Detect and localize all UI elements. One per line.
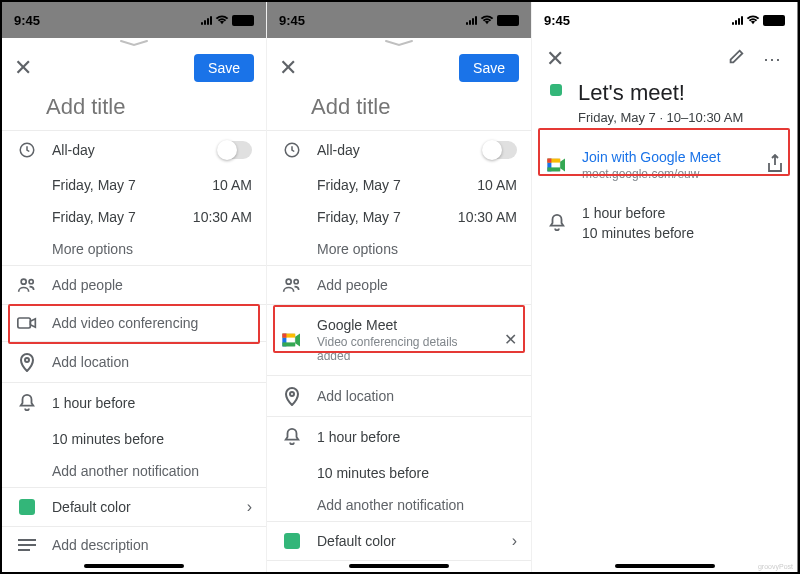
- start-time-row[interactable]: Friday, May 7 10 AM: [267, 169, 531, 201]
- signal-icon: [201, 15, 212, 25]
- add-notif-row[interactable]: Add another notification: [267, 489, 531, 521]
- svg-point-2: [29, 280, 33, 284]
- home-indicator[interactable]: [84, 564, 184, 568]
- end-date: Friday, May 7: [317, 209, 444, 225]
- wifi-icon: [480, 15, 494, 25]
- color-swatch-icon: [281, 533, 303, 549]
- description-icon: [16, 538, 38, 552]
- add-location-row[interactable]: Add location: [267, 376, 531, 416]
- allday-row[interactable]: All-day: [2, 131, 266, 169]
- allday-label: All-day: [52, 142, 204, 158]
- notif-1-label: 1 hour before: [317, 429, 517, 445]
- wifi-icon: [746, 15, 760, 25]
- notif-1-row[interactable]: 1 hour before: [2, 383, 266, 423]
- detail-topbar: ✕ ⋯: [532, 38, 797, 76]
- color-swatch-icon: [16, 499, 38, 515]
- clock-icon: [16, 141, 38, 159]
- add-notif-row[interactable]: Add another notification: [2, 455, 266, 487]
- add-people-row[interactable]: Add people: [267, 266, 531, 304]
- meet-text: Google Meet Video conferencing details a…: [317, 317, 490, 363]
- battery-icon: [763, 15, 785, 26]
- meet-url: meet.google.com/euw: [582, 165, 753, 181]
- more-options-row[interactable]: More options: [2, 233, 266, 265]
- google-meet-row[interactable]: Google Meet Video conferencing details a…: [267, 305, 531, 375]
- allday-toggle[interactable]: [483, 141, 517, 159]
- end-time-row[interactable]: Friday, May 7 10:30 AM: [267, 201, 531, 233]
- add-location-row[interactable]: Add location: [2, 342, 266, 382]
- notif-1-label: 1 hour before: [52, 395, 252, 411]
- event-subtitle: Friday, May 7 · 10–10:30 AM: [562, 108, 797, 137]
- start-date: Friday, May 7: [317, 177, 463, 193]
- clock-icon: [281, 141, 303, 159]
- status-right: [201, 15, 254, 26]
- share-icon[interactable]: [767, 154, 783, 177]
- allday-toggle[interactable]: [218, 141, 252, 159]
- notif-2-row[interactable]: 10 minutes before: [267, 457, 531, 489]
- detail-notif-text: 1 hour before 10 minutes before: [582, 205, 783, 241]
- title-input[interactable]: [46, 94, 250, 120]
- svg-point-10: [294, 280, 298, 284]
- end-time-row[interactable]: Friday, May 7 10:30 AM: [2, 201, 266, 233]
- notif-2-row[interactable]: 10 minutes before: [2, 423, 266, 455]
- allday-label: All-day: [317, 142, 469, 158]
- start-time-row[interactable]: Friday, May 7 10 AM: [2, 169, 266, 201]
- screen-3: 9:45 ✕ ⋯ Let's meet! Friday, May 7 · 10–…: [532, 2, 797, 572]
- more-icon[interactable]: ⋯: [763, 48, 783, 70]
- video-icon: [16, 316, 38, 330]
- svg-rect-21: [547, 159, 551, 163]
- description-label: Add description: [52, 537, 252, 553]
- join-meet-row[interactable]: Join with Google Meet meet.google.com/eu…: [532, 137, 797, 193]
- add-people-label: Add people: [52, 277, 252, 293]
- add-notif-label: Add another notification: [317, 497, 517, 513]
- battery-icon: [497, 15, 519, 26]
- more-options-label: More options: [52, 241, 252, 257]
- signal-icon: [732, 15, 743, 25]
- close-icon[interactable]: ✕: [279, 57, 297, 79]
- location-icon: [16, 352, 38, 372]
- add-people-row[interactable]: Add people: [2, 266, 266, 304]
- more-options-row[interactable]: More options: [267, 233, 531, 265]
- svg-point-9: [286, 279, 291, 284]
- description-row[interactable]: Add description: [2, 527, 266, 563]
- remove-meet-icon[interactable]: ✕: [504, 332, 517, 348]
- battery-icon: [232, 15, 254, 26]
- save-button[interactable]: Save: [459, 54, 519, 82]
- home-indicator[interactable]: [615, 564, 715, 568]
- color-row[interactable]: Default color ›: [2, 488, 266, 526]
- topbar: ✕ Save: [267, 48, 531, 90]
- close-icon[interactable]: ✕: [14, 57, 32, 79]
- end-date: Friday, May 7: [52, 209, 179, 225]
- notif-2-label: 10 minutes before: [52, 431, 252, 447]
- status-bar: 9:45: [267, 2, 531, 38]
- end-time: 10:30 AM: [193, 209, 252, 225]
- save-button[interactable]: Save: [194, 54, 254, 82]
- edit-icon[interactable]: [727, 48, 745, 70]
- color-row[interactable]: Default color ›: [267, 522, 531, 560]
- sheet-handle[interactable]: [2, 38, 266, 48]
- topbar: ✕ Save: [2, 48, 266, 90]
- meet-subtitle: Video conferencing details added: [317, 333, 490, 363]
- status-bar: 9:45: [532, 2, 797, 38]
- status-bar: 9:45: [2, 2, 266, 38]
- more-options-label: More options: [317, 241, 517, 257]
- add-location-label: Add location: [317, 388, 517, 404]
- notif-1-row[interactable]: 1 hour before: [267, 417, 531, 457]
- svg-rect-3: [18, 318, 30, 328]
- wifi-icon: [215, 15, 229, 25]
- status-time: 9:45: [14, 13, 40, 28]
- allday-row[interactable]: All-day: [267, 131, 531, 169]
- sheet-handle[interactable]: [267, 38, 531, 48]
- add-video-label: Add video conferencing: [52, 315, 252, 331]
- add-location-label: Add location: [52, 354, 252, 370]
- bell-icon: [281, 427, 303, 447]
- home-indicator[interactable]: [349, 564, 449, 568]
- close-icon[interactable]: ✕: [546, 48, 564, 70]
- detail-notif-row[interactable]: 1 hour before 10 minutes before: [532, 193, 797, 251]
- signal-icon: [466, 15, 477, 25]
- start-time: 10 AM: [477, 177, 517, 193]
- add-video-row[interactable]: Add video conferencing: [2, 305, 266, 341]
- title-input[interactable]: [311, 94, 515, 120]
- event-color-icon: [550, 84, 562, 96]
- svg-point-1: [21, 279, 26, 284]
- watermark: groovyPost: [758, 563, 793, 570]
